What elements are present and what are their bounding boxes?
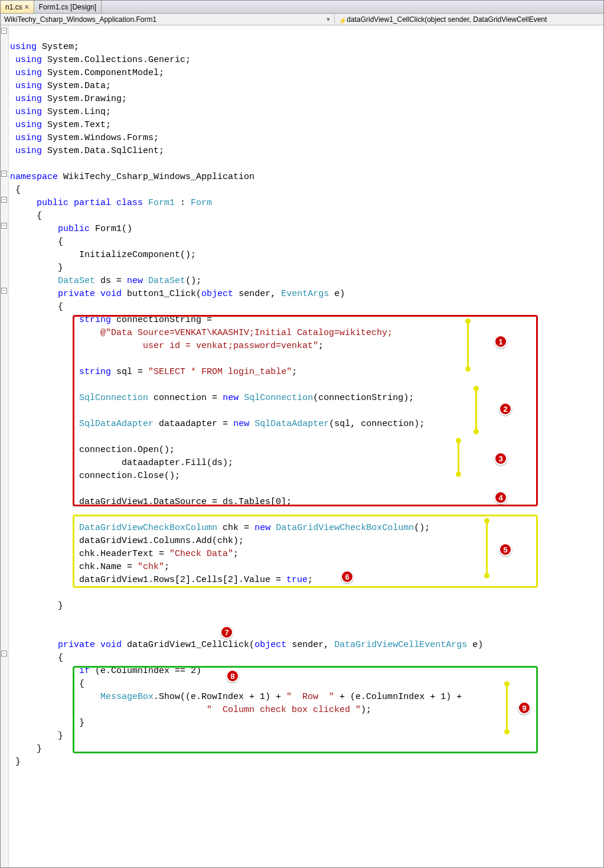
fold-toggle[interactable]: −: [1, 197, 7, 203]
editor-frame: n1.cs × Form1.cs [Design] WikiTechy_Csha…: [0, 0, 604, 868]
tab-label: n1.cs: [5, 3, 22, 11]
annotation-bracket: [458, 440, 459, 474]
fold-toggle[interactable]: −: [1, 223, 7, 229]
fold-toggle[interactable]: −: [1, 288, 7, 294]
fold-toggle[interactable]: −: [1, 28, 7, 34]
fold-toggle[interactable]: −: [1, 171, 7, 177]
annotation-badge-4: 4: [494, 491, 507, 504]
annotation-badge-1: 1: [494, 335, 507, 348]
annotation-bracket: [467, 321, 469, 369]
annotation-badge-6: 6: [341, 570, 354, 583]
annotation-badge-2: 2: [499, 402, 512, 415]
tab-form1-cs[interactable]: n1.cs ×: [1, 1, 34, 13]
tab-form1-design[interactable]: Form1.cs [Design]: [34, 1, 102, 13]
annotation-badge-7: 7: [220, 626, 233, 639]
annotation-bracket: [486, 521, 488, 576]
member-selector[interactable]: ⚡ dataGridView1_CellClick(object sender,…: [335, 14, 603, 25]
tab-bar: n1.cs × Form1.cs [Design]: [1, 1, 603, 14]
type-name: WikiTechy_Csharp_Windows_Application.For…: [4, 15, 156, 24]
lightning-icon: ⚡: [338, 17, 344, 22]
annotation-badge-9: 9: [518, 701, 531, 714]
fold-toggle[interactable]: −: [1, 651, 7, 656]
outline-gutter: − − − − − −: [1, 25, 9, 867]
tab-label: Form1.cs [Design]: [39, 3, 96, 11]
annotation-bracket: [475, 388, 477, 432]
close-icon[interactable]: ×: [25, 3, 29, 11]
type-selector[interactable]: WikiTechy_Csharp_Windows_Application.For…: [1, 14, 335, 25]
code-area: − − − − − − using System; using System.C…: [1, 25, 603, 867]
annotation-box-2: [73, 515, 538, 588]
annotation-bracket: [506, 684, 508, 732]
annotation-badge-3: 3: [494, 452, 507, 465]
annotation-badge-5: 5: [499, 543, 512, 556]
annotation-box-3: [73, 666, 538, 753]
code-editor[interactable]: using System; using System.Collections.G…: [9, 25, 603, 867]
annotation-badge-8: 8: [226, 669, 239, 682]
navigation-bar: WikiTechy_Csharp_Windows_Application.For…: [1, 14, 603, 25]
member-name: dataGridView1_CellClick(object sender, D…: [347, 15, 547, 24]
chevron-down-icon: ▼: [325, 17, 331, 22]
